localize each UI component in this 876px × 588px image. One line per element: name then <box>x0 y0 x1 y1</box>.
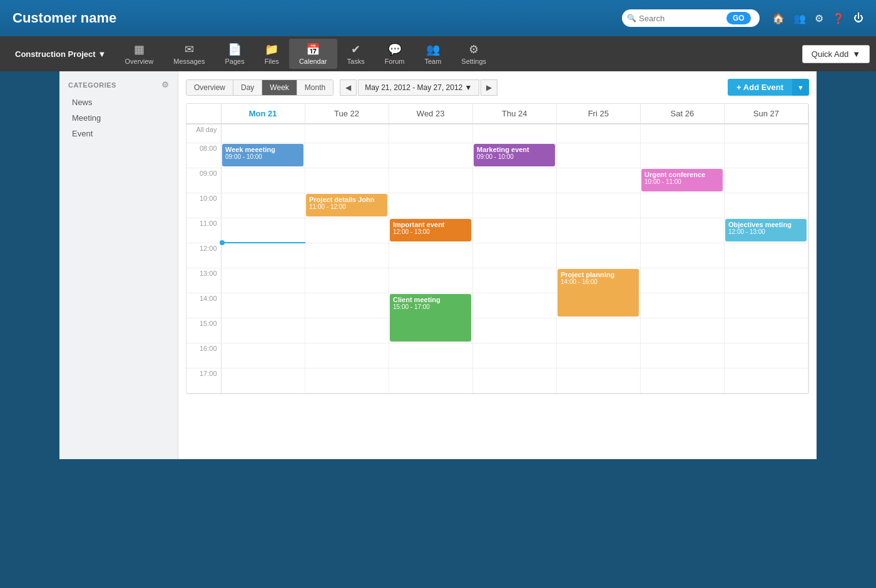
cell-day5-slot6 <box>640 268 724 293</box>
cell-day4-slot10 <box>556 368 640 393</box>
cell-day3-slot6 <box>472 268 556 293</box>
cell-day0-slot2 <box>221 168 305 193</box>
sidebar-item-event[interactable]: Event <box>59 126 178 141</box>
time-label-1700: 17:00 <box>186 368 221 393</box>
cell-day5-slot1 <box>640 143 724 168</box>
cell-day1-slot10 <box>305 368 389 393</box>
quick-add-button[interactable]: Quick Add ▼ <box>802 45 870 63</box>
cell-day6-slot9 <box>724 343 808 368</box>
cell-day2-slot1 <box>389 143 472 168</box>
cell-day0-slot3 <box>221 193 305 218</box>
day-header-sat26: Sat 26 <box>640 104 724 124</box>
date-range-button[interactable]: May 21, 2012 - May 27, 2012 ▼ <box>358 79 479 96</box>
event-marketing-event[interactable]: Marketing event09:00 - 10:00 <box>474 144 555 166</box>
forum-icon: 💬 <box>388 43 402 56</box>
cell-day0-slot8 <box>221 318 305 343</box>
nav-item-team[interactable]: 👥Team <box>414 39 451 69</box>
cell-day6-slot5 <box>724 243 808 268</box>
search-input[interactable] <box>639 14 726 23</box>
time-label-1600: 16:00 <box>186 343 221 368</box>
cell-day6-slot3 <box>724 193 808 218</box>
event-project-planning[interactable]: Project planning14:00 - 16:00 <box>558 269 639 317</box>
sidebar: CATEGORIES ⚙ NewsMeetingEvent <box>59 71 178 459</box>
nav-item-messages[interactable]: ✉Messages <box>163 39 215 69</box>
event-week-meeeting[interactable]: Week meeeting09:00 - 10:00 <box>222 144 303 166</box>
cell-day3-slot0 <box>472 124 556 143</box>
time-label-1200: 12:00 <box>186 243 221 268</box>
cell-day6-slot8 <box>724 318 808 343</box>
cell-day0-slot10 <box>221 368 305 393</box>
power-icon[interactable]: ⏻ <box>853 13 863 24</box>
search-icon: 🔍 <box>627 14 636 23</box>
tab-month[interactable]: Month <box>297 80 333 95</box>
tab-overview[interactable]: Overview <box>186 80 233 95</box>
tab-day[interactable]: Day <box>233 80 262 95</box>
sidebar-gear-icon[interactable]: ⚙ <box>161 80 170 89</box>
cell-day3-slot3 <box>472 193 556 218</box>
project-name[interactable]: Construction Project ▼ <box>6 49 115 59</box>
pages-icon: 📄 <box>228 43 242 56</box>
cell-day6-slot6 <box>724 268 808 293</box>
nav-item-files[interactable]: 📁Files <box>255 39 289 69</box>
time-label-1100: 11:00 <box>186 218 221 243</box>
nav-item-tasks[interactable]: ✔Tasks <box>337 39 375 69</box>
day-header-thu24: Thu 24 <box>472 104 556 124</box>
cell-day4-slot4 <box>556 218 640 243</box>
users-icon[interactable]: 👥 <box>793 13 806 24</box>
cell-day2-slot6 <box>389 268 472 293</box>
messages-icon: ✉ <box>185 43 194 56</box>
go-button[interactable]: GO <box>726 12 751 24</box>
cell-day6-slot10 <box>724 368 808 393</box>
help-icon[interactable]: ❓ <box>832 13 845 24</box>
cell-day0-slot0 <box>221 124 305 143</box>
day-header-wed23: Wed 23 <box>389 104 472 124</box>
calendar-area: OverviewDayWeekMonth ◀ May 21, 2012 - Ma… <box>178 71 817 459</box>
add-event-area: + Add Event ▼ <box>728 79 809 96</box>
event-objectives-meeting[interactable]: Objectives meeting12:00 - 13:00 <box>725 219 807 241</box>
sidebar-item-news[interactable]: News <box>59 94 178 110</box>
nav-item-settings[interactable]: ⚙Settings <box>451 39 496 69</box>
cell-day1-slot5 <box>305 243 389 268</box>
cell-day3-slot8 <box>472 318 556 343</box>
add-event-button[interactable]: + Add Event <box>728 79 792 96</box>
next-arrow[interactable]: ▶ <box>481 79 497 96</box>
cell-day4-slot2 <box>556 168 640 193</box>
nav-item-pages[interactable]: 📄Pages <box>215 39 254 69</box>
cell-day3-slot5 <box>472 243 556 268</box>
calendar-toolbar: OverviewDayWeekMonth ◀ May 21, 2012 - Ma… <box>186 79 809 96</box>
cell-day2-slot9 <box>389 343 472 368</box>
nav-item-overview[interactable]: ▦Overview <box>115 39 163 69</box>
prev-arrow[interactable]: ◀ <box>340 79 357 96</box>
cell-day4-slot3 <box>556 193 640 218</box>
cell-day4-slot8 <box>556 318 640 343</box>
event-important-event[interactable]: Important event12:00 - 13:00 <box>390 219 471 241</box>
cell-day5-slot8 <box>640 318 724 343</box>
tab-week[interactable]: Week <box>262 80 297 95</box>
cell-day5-slot4 <box>640 218 724 243</box>
cell-day1-slot8 <box>305 318 389 343</box>
event-client-meeting[interactable]: Client meeting15:00 - 17:00 <box>390 294 471 342</box>
cell-day4-slot0 <box>556 124 640 143</box>
cell-day5-slot9 <box>640 343 724 368</box>
event-urgent-conference[interactable]: Urgent conference10:00 - 11:00 <box>641 169 723 191</box>
time-label-1300: 13:00 <box>186 268 221 293</box>
nav-item-calendar[interactable]: 📅Calendar <box>289 39 337 69</box>
gear-icon[interactable]: ⚙ <box>815 13 823 24</box>
event-project-details-john[interactable]: Project details John11:00 - 12:00 <box>306 194 387 216</box>
cell-day3-slot10 <box>472 368 556 393</box>
cell-day0-slot6 <box>221 268 305 293</box>
nav-item-forum[interactable]: 💬Forum <box>375 39 415 69</box>
cell-day3-slot9 <box>472 343 556 368</box>
time-label-0900: 09:00 <box>186 168 221 193</box>
cell-day2-slot3 <box>389 193 472 218</box>
cell-day2-slot0 <box>389 124 472 143</box>
cell-day5-slot7 <box>640 293 724 318</box>
cell-day4-slot1 <box>556 143 640 168</box>
cell-day2-slot10 <box>389 368 472 393</box>
nav-bar: Construction Project ▼ ▦Overview✉Message… <box>0 36 876 71</box>
sidebar-item-meeting[interactable]: Meeting <box>59 110 178 126</box>
home-icon[interactable]: 🏠 <box>772 13 785 24</box>
chevron-down-icon: ▼ <box>98 49 106 59</box>
add-event-dropdown[interactable]: ▼ <box>792 79 809 96</box>
cell-day2-slot2 <box>389 168 472 193</box>
